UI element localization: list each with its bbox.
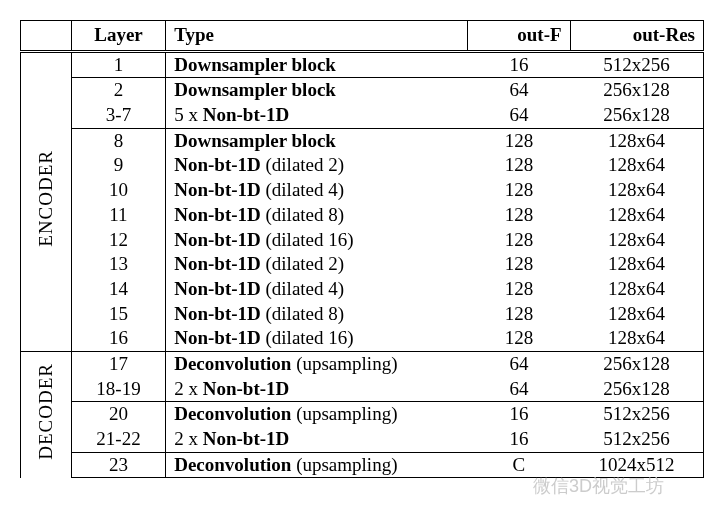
decoder-label: DECODER: [21, 351, 72, 477]
table-row: 23 Deconvolution (upsampling) C 1024x512: [21, 452, 704, 478]
cell-outres: 128x64: [570, 252, 703, 277]
cell-layer: 18-19: [71, 377, 165, 402]
table-row: DECODER 17 Deconvolution (upsampling) 64…: [21, 351, 704, 376]
cell-layer: 2: [71, 78, 165, 103]
cell-outf: 128: [468, 252, 570, 277]
architecture-table: Layer Type out-F out-Res ENCODER 1 Downs…: [20, 20, 704, 478]
table-row: 9 Non-bt-1D (dilated 2) 128 128x64: [21, 153, 704, 178]
cell-type: Downsampler block: [166, 78, 468, 103]
cell-type: Non-bt-1D (dilated 8): [166, 302, 468, 327]
cell-type: Non-bt-1D (dilated 2): [166, 252, 468, 277]
cell-outf: 128: [468, 203, 570, 228]
cell-outf: 64: [468, 351, 570, 376]
cell-layer: 21-22: [71, 427, 165, 452]
cell-outres: 256x128: [570, 351, 703, 376]
table-row: 20 Deconvolution (upsampling) 16 512x256: [21, 402, 704, 427]
cell-outres: 512x256: [570, 402, 703, 427]
cell-type: Deconvolution (upsampling): [166, 452, 468, 478]
cell-outres: 256x128: [570, 78, 703, 103]
cell-layer: 15: [71, 302, 165, 327]
cell-layer: 16: [71, 326, 165, 351]
table-row: 21-22 2 x Non-bt-1D 16 512x256: [21, 427, 704, 452]
cell-layer: 12: [71, 228, 165, 253]
cell-outres: 128x64: [570, 203, 703, 228]
cell-outres: 256x128: [570, 103, 703, 128]
header-layer: Layer: [71, 21, 165, 52]
table-row: 18-19 2 x Non-bt-1D 64 256x128: [21, 377, 704, 402]
cell-outres: 128x64: [570, 178, 703, 203]
cell-layer: 10: [71, 178, 165, 203]
cell-outf: C: [468, 452, 570, 478]
cell-type: Deconvolution (upsampling): [166, 402, 468, 427]
cell-layer: 11: [71, 203, 165, 228]
cell-outf: 128: [468, 277, 570, 302]
cell-type: 2 x Non-bt-1D: [166, 427, 468, 452]
cell-outf: 64: [468, 103, 570, 128]
cell-outf: 128: [468, 153, 570, 178]
cell-outres: 128x64: [570, 326, 703, 351]
cell-outf: 64: [468, 377, 570, 402]
cell-type: 2 x Non-bt-1D: [166, 377, 468, 402]
cell-type: Deconvolution (upsampling): [166, 351, 468, 376]
cell-outf: 128: [468, 326, 570, 351]
cell-type: Non-bt-1D (dilated 4): [166, 178, 468, 203]
cell-outf: 16: [468, 427, 570, 452]
table-row: 2 Downsampler block 64 256x128: [21, 78, 704, 103]
table-row: 11 Non-bt-1D (dilated 8) 128 128x64: [21, 203, 704, 228]
cell-outf: 128: [468, 178, 570, 203]
cell-layer: 9: [71, 153, 165, 178]
cell-outf: 16: [468, 51, 570, 78]
cell-outres: 128x64: [570, 302, 703, 327]
cell-layer: 13: [71, 252, 165, 277]
cell-layer: 17: [71, 351, 165, 376]
table-row: 12 Non-bt-1D (dilated 16) 128 128x64: [21, 228, 704, 253]
table-row: 13 Non-bt-1D (dilated 2) 128 128x64: [21, 252, 704, 277]
table-header: Layer Type out-F out-Res: [21, 21, 704, 52]
table-row: 10 Non-bt-1D (dilated 4) 128 128x64: [21, 178, 704, 203]
table-row: 8 Downsampler block 128 128x64: [21, 128, 704, 153]
cell-layer: 23: [71, 452, 165, 478]
table-row: 3-7 5 x Non-bt-1D 64 256x128: [21, 103, 704, 128]
cell-type: Non-bt-1D (dilated 16): [166, 326, 468, 351]
cell-layer: 20: [71, 402, 165, 427]
cell-outf: 128: [468, 302, 570, 327]
header-outres: out-Res: [570, 21, 703, 52]
cell-outf: 128: [468, 228, 570, 253]
cell-outres: 128x64: [570, 277, 703, 302]
cell-type: Downsampler block: [166, 51, 468, 78]
header-type: Type: [166, 21, 468, 52]
cell-layer: 3-7: [71, 103, 165, 128]
cell-outf: 16: [468, 402, 570, 427]
cell-outres: 512x256: [570, 51, 703, 78]
cell-type: Downsampler block: [166, 128, 468, 153]
cell-type: Non-bt-1D (dilated 16): [166, 228, 468, 253]
header-blank: [21, 21, 72, 52]
cell-type: Non-bt-1D (dilated 4): [166, 277, 468, 302]
cell-outres: 512x256: [570, 427, 703, 452]
table-row: ENCODER 1 Downsampler block 16 512x256: [21, 51, 704, 78]
cell-outf: 64: [468, 78, 570, 103]
cell-outres: 1024x512: [570, 452, 703, 478]
table-row: 16 Non-bt-1D (dilated 16) 128 128x64: [21, 326, 704, 351]
header-outf: out-F: [468, 21, 570, 52]
cell-type: Non-bt-1D (dilated 8): [166, 203, 468, 228]
encoder-label: ENCODER: [21, 51, 72, 351]
cell-outres: 128x64: [570, 228, 703, 253]
cell-layer: 8: [71, 128, 165, 153]
cell-outf: 128: [468, 128, 570, 153]
cell-outres: 256x128: [570, 377, 703, 402]
cell-outres: 128x64: [570, 153, 703, 178]
cell-type: 5 x Non-bt-1D: [166, 103, 468, 128]
table-row: 14 Non-bt-1D (dilated 4) 128 128x64: [21, 277, 704, 302]
cell-outres: 128x64: [570, 128, 703, 153]
cell-layer: 14: [71, 277, 165, 302]
cell-type: Non-bt-1D (dilated 2): [166, 153, 468, 178]
cell-layer: 1: [71, 51, 165, 78]
table-row: 15 Non-bt-1D (dilated 8) 128 128x64: [21, 302, 704, 327]
